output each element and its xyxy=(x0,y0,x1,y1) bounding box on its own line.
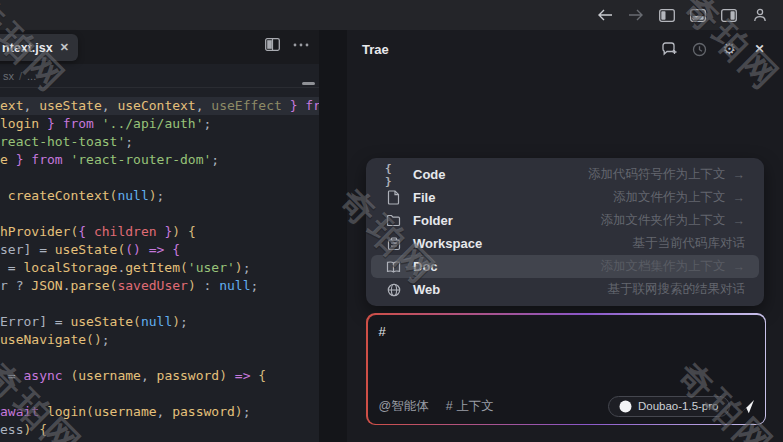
menu-item-folder[interactable]: Folder添加文件夹作为上下文→ xyxy=(371,209,759,232)
context-dropdown-menu: { }Code添加代码符号作为上下文→File添加文件作为上下文→Folder添… xyxy=(366,158,764,306)
code-editor-pane[interactable]: ntext.jsx ✕ sx / ... ext, useState, useC… xyxy=(0,30,333,442)
code-line xyxy=(0,349,319,367)
menu-item-hint: 添加代码符号作为上下文→ xyxy=(588,166,745,183)
arrow-right-icon: → xyxy=(733,168,746,182)
code-line: ess) { xyxy=(0,421,319,439)
panel-title: Trae xyxy=(362,42,389,57)
new-chat-icon[interactable] xyxy=(661,41,678,58)
menu-item-workspace[interactable]: Workspace基于当前代码库对话 xyxy=(371,232,759,255)
layout-left-panel-icon[interactable] xyxy=(658,6,676,24)
menu-item-label: Web xyxy=(413,282,440,297)
chat-input-footer: @智能体 # 上下文 Doubao-1.5-pro xyxy=(379,396,756,417)
chat-input-border: # @智能体 # 上下文 Doubao-1.5-pro xyxy=(366,313,766,425)
code-line xyxy=(0,205,319,223)
breadcrumb[interactable]: sx / ... xyxy=(0,64,319,87)
code-line: hProvider({ children }) { xyxy=(0,223,319,241)
code-line: Error] = useState(null); xyxy=(0,313,319,331)
model-name: Doubao-1.5-pro xyxy=(638,400,719,412)
code-line: = async (username, password) => { xyxy=(0,367,319,385)
context-chip[interactable]: # 上下文 xyxy=(446,398,494,415)
web-icon xyxy=(385,283,402,297)
forward-arrow-icon[interactable] xyxy=(627,6,645,24)
code-line: ext, useState, useContext, useEffect } f… xyxy=(0,97,319,115)
menu-item-label: Folder xyxy=(413,213,453,228)
menu-item-web[interactable]: Web基于联网搜索的结果对话 xyxy=(371,278,759,301)
scrollbar-handle[interactable] xyxy=(302,82,315,85)
code-line: = localStorage.getItem('user'); xyxy=(0,259,319,277)
panel-close-icon[interactable]: ✕ xyxy=(751,41,768,58)
menu-item-hint: 添加文件夹作为上下文→ xyxy=(601,212,746,229)
doc-icon xyxy=(385,261,402,273)
code-line: login } from '../api/auth'; xyxy=(0,115,319,133)
code-line xyxy=(0,295,319,313)
menu-item-hint: 基于当前代码库对话 xyxy=(633,235,746,252)
braces-icon: { } xyxy=(385,162,402,188)
arrow-right-icon: → xyxy=(733,260,746,274)
menu-item-code[interactable]: { }Code添加代码符号作为上下文→ xyxy=(371,163,759,186)
app-window: ntext.jsx ✕ sx / ... ext, useState, useC… xyxy=(0,0,783,442)
arrow-right-icon: → xyxy=(733,191,746,205)
tab-close-icon[interactable]: ✕ xyxy=(60,42,69,53)
code-content[interactable]: ext, useState, useContext, useEffect } f… xyxy=(0,87,319,439)
code-line: e } from 'react-router-dom'; xyxy=(0,151,319,169)
code-line: r ? JSON.parse(savedUser) : null; xyxy=(0,277,319,295)
editor-tab-bar: ntext.jsx ✕ xyxy=(0,30,319,64)
more-actions-icon[interactable] xyxy=(293,43,309,47)
breadcrumb-segment[interactable]: sx xyxy=(3,70,14,82)
folder-icon xyxy=(385,214,402,227)
menu-item-label: File xyxy=(413,190,435,205)
code-line: await login(username, password); xyxy=(0,403,319,421)
file-icon xyxy=(385,190,402,205)
layout-bottom-panel-icon[interactable] xyxy=(689,6,707,24)
history-icon[interactable] xyxy=(691,41,708,58)
chat-input-value[interactable]: # xyxy=(379,324,386,339)
settings-gear-icon[interactable]: ⚙ xyxy=(721,41,738,58)
model-selector[interactable]: Doubao-1.5-pro xyxy=(608,396,730,417)
send-icon[interactable] xyxy=(739,398,756,415)
code-line: createContext(null); xyxy=(0,187,319,205)
split-editor-icon[interactable] xyxy=(265,38,280,51)
code-line: ser] = useState(() => { xyxy=(0,241,319,259)
menu-item-hint: 添加文档集作为上下文→ xyxy=(601,258,746,275)
code-line: react-hot-toast'; xyxy=(0,133,319,151)
panel-header: Trae ⚙ ✕ xyxy=(347,30,783,68)
menu-item-hint: 添加文件作为上下文→ xyxy=(613,189,745,206)
code-line: useNavigate(); xyxy=(0,331,319,349)
back-arrow-icon[interactable] xyxy=(596,6,614,24)
menu-item-hint: 基于联网搜索的结果对话 xyxy=(608,281,746,298)
menu-item-label: Doc xyxy=(413,259,438,274)
menu-item-file[interactable]: File添加文件作为上下文→ xyxy=(371,186,759,209)
tab-context-jsx[interactable]: ntext.jsx ✕ xyxy=(0,34,78,61)
trae-ai-panel: Trae ⚙ ✕ { }Code添加代码符号作为上下文→File添加文件作为上下… xyxy=(347,30,783,442)
agent-chip[interactable]: @智能体 xyxy=(379,398,429,415)
menu-item-label: Code xyxy=(413,167,446,182)
doubao-logo-icon xyxy=(619,400,632,413)
workspace-icon xyxy=(385,237,402,251)
code-line xyxy=(0,169,319,187)
menu-item-doc[interactable]: Doc添加文档集作为上下文→ xyxy=(371,255,759,278)
account-icon[interactable] xyxy=(751,6,769,24)
tab-label: ntext.jsx xyxy=(2,41,53,55)
code-line xyxy=(0,385,319,403)
breadcrumb-segment[interactable]: ... xyxy=(27,70,36,82)
window-titlebar xyxy=(0,0,783,30)
arrow-right-icon: → xyxy=(733,214,746,228)
layout-right-panel-icon[interactable] xyxy=(720,6,738,24)
menu-item-label: Workspace xyxy=(413,236,482,251)
chat-input[interactable]: # @智能体 # 上下文 Doubao-1.5-pro xyxy=(368,315,765,424)
breadcrumb-separator: / xyxy=(19,70,22,82)
